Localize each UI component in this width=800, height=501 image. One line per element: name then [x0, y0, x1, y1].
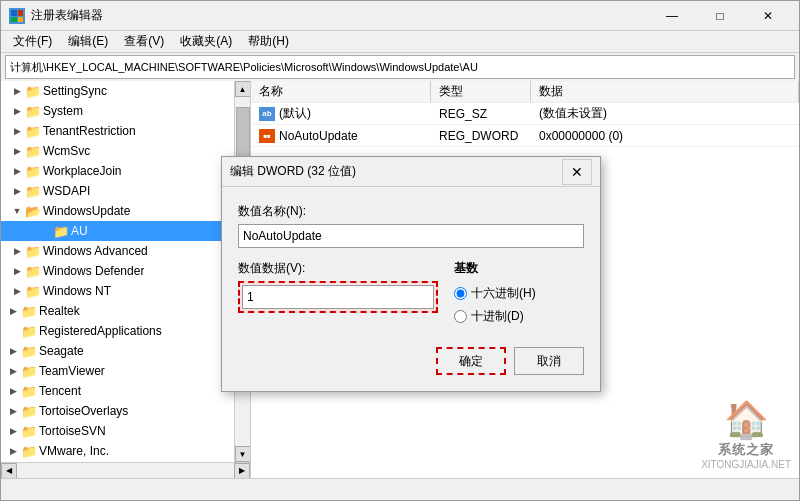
- dialog-close-button[interactable]: ✕: [562, 159, 592, 185]
- svg-rect-3: [18, 17, 23, 22]
- tree-item-au[interactable]: 📁 AU: [1, 221, 234, 241]
- dialog-name-input[interactable]: [238, 224, 584, 248]
- expand-settingsync[interactable]: ▶: [9, 83, 25, 99]
- tree-label-seagate: Seagate: [39, 344, 84, 358]
- edit-dword-dialog: 编辑 DWORD (32 位值) ✕ 数值名称(N): 数值数据(V):: [221, 156, 601, 392]
- tree-label-regapps: RegisteredApplications: [39, 324, 162, 338]
- expand-system[interactable]: ▶: [9, 103, 25, 119]
- scroll-down-btn[interactable]: ▼: [235, 446, 251, 462]
- folder-icon-teamviewer: 📁: [21, 364, 37, 378]
- col-header-data: 数据: [531, 81, 799, 102]
- column-header-row: 名称 类型 数据: [251, 81, 799, 103]
- folder-icon-wsdapi: 📁: [25, 184, 41, 198]
- tree-pane: ▶ 📁 SettingSync ▶ 📁 System ▶ 📁 Te: [1, 81, 251, 478]
- minimize-button[interactable]: —: [649, 2, 695, 30]
- tree-scroll[interactable]: ▶ 📁 SettingSync ▶ 📁 System ▶ 📁 Te: [1, 81, 234, 462]
- expand-windows-defender[interactable]: ▶: [9, 263, 25, 279]
- watermark-house-icon: 🏠: [724, 399, 769, 441]
- dialog-buttons: 确定 取消: [238, 347, 584, 375]
- menu-edit[interactable]: 编辑(E): [60, 31, 116, 52]
- expand-vmware[interactable]: ▶: [5, 443, 21, 459]
- status-bar: [1, 478, 799, 500]
- folder-icon-workplacejoin: 📁: [25, 164, 41, 178]
- tree-item-wcmsvc[interactable]: ▶ 📁 WcmSvc: [1, 141, 234, 161]
- tree-label-windows-defender: Windows Defender: [43, 264, 144, 278]
- maximize-button[interactable]: □: [697, 2, 743, 30]
- expand-wsdapi[interactable]: ▶: [9, 183, 25, 199]
- tree-item-wsdapi[interactable]: ▶ 📁 WSDAPI: [1, 181, 234, 201]
- expand-tenant[interactable]: ▶: [9, 123, 25, 139]
- app-icon: [9, 8, 25, 24]
- reg-cell-data-default: (数值未设置): [531, 103, 799, 124]
- menu-help[interactable]: 帮助(H): [240, 31, 297, 52]
- reg-row-noautoupdate[interactable]: ■■ NoAutoUpdate REG_DWORD 0x00000000 (0): [251, 125, 799, 147]
- radio-dec-label: 十进制(D): [471, 308, 524, 325]
- tree-item-system[interactable]: ▶ 📁 System: [1, 101, 234, 121]
- expand-windows-advanced[interactable]: ▶: [9, 243, 25, 259]
- tree-label-windowsupdate: WindowsUpdate: [43, 204, 130, 218]
- folder-icon-wcmsvc: 📁: [25, 144, 41, 158]
- expand-realtek[interactable]: ▶: [5, 303, 21, 319]
- reg-icon-ab-default: ab: [259, 107, 275, 121]
- folder-icon-realtek: 📁: [21, 304, 37, 318]
- reg-cell-type-noautoupdate: REG_DWORD: [431, 127, 531, 145]
- dialog-cancel-button[interactable]: 取消: [514, 347, 584, 375]
- radio-dec-item: 十进制(D): [454, 308, 584, 325]
- tree-item-tencent[interactable]: ▶ 📁 Tencent: [1, 381, 234, 401]
- menu-bar: 文件(F) 编辑(E) 查看(V) 收藏夹(A) 帮助(H): [1, 31, 799, 53]
- radio-hex-item: 十六进制(H): [454, 285, 584, 302]
- tree-label-realtek: Realtek: [39, 304, 80, 318]
- tree-item-tortoiseoverlays[interactable]: ▶ 📁 TortoiseOverlays: [1, 401, 234, 421]
- tree-label-tortoisesvn: TortoiseSVN: [39, 424, 106, 438]
- tree-item-tortoisesvn[interactable]: ▶ 📁 TortoiseSVN: [1, 421, 234, 441]
- reg-cell-type-default: REG_SZ: [431, 105, 531, 123]
- tree-label-system: System: [43, 104, 83, 118]
- tree-item-windows-defender[interactable]: ▶ 📁 Windows Defender: [1, 261, 234, 281]
- tree-item-vmware[interactable]: ▶ 📁 VMware, Inc.: [1, 441, 234, 461]
- menu-view[interactable]: 查看(V): [116, 31, 172, 52]
- col-header-type: 类型: [431, 81, 531, 102]
- tree-item-settingsync[interactable]: ▶ 📁 SettingSync: [1, 81, 234, 101]
- menu-favorites[interactable]: 收藏夹(A): [172, 31, 240, 52]
- expand-windows-nt[interactable]: ▶: [9, 283, 25, 299]
- reg-icon-dword-noautoupdate: ■■: [259, 129, 275, 143]
- tree-item-seagate[interactable]: ▶ 📁 Seagate: [1, 341, 234, 361]
- reg-row-default[interactable]: ab (默认) REG_SZ (数值未设置): [251, 103, 799, 125]
- tree-item-realtek[interactable]: ▶ 📁 Realtek: [1, 301, 234, 321]
- scroll-up-btn[interactable]: ▲: [235, 81, 251, 97]
- menu-file[interactable]: 文件(F): [5, 31, 60, 52]
- expand-windowsupdate[interactable]: ▼: [9, 203, 25, 219]
- radio-hex[interactable]: [454, 287, 467, 300]
- tree-item-regapps[interactable]: 📁 RegisteredApplications: [1, 321, 234, 341]
- tree-item-workplacejoin[interactable]: ▶ 📁 WorkplaceJoin: [1, 161, 234, 181]
- expand-tencent[interactable]: ▶: [5, 383, 21, 399]
- tree-label-workplacejoin: WorkplaceJoin: [43, 164, 121, 178]
- expand-tortoisesvn[interactable]: ▶: [5, 423, 21, 439]
- expand-au[interactable]: [37, 223, 53, 239]
- dialog-value-base-row: 数值数据(V): 基数 十六进制(H) 十进制(D): [238, 260, 584, 331]
- tree-h-scroll-right[interactable]: ▶: [234, 463, 250, 479]
- folder-icon-au: 📁: [53, 224, 69, 238]
- dialog-right-col: 基数 十六进制(H) 十进制(D): [454, 260, 584, 331]
- tree-label-settingsync: SettingSync: [43, 84, 107, 98]
- dialog-ok-button[interactable]: 确定: [436, 347, 506, 375]
- main-window: 注册表编辑器 — □ ✕ 文件(F) 编辑(E) 查看(V) 收藏夹(A) 帮助…: [0, 0, 800, 501]
- tree-item-windows-nt[interactable]: ▶ 📁 Windows NT: [1, 281, 234, 301]
- tree-label-wcmsvc: WcmSvc: [43, 144, 90, 158]
- tree-item-windowsupdate[interactable]: ▼ 📂 WindowsUpdate: [1, 201, 234, 221]
- base-label: 基数: [454, 260, 584, 277]
- expand-wcmsvc[interactable]: ▶: [9, 143, 25, 159]
- expand-teamviewer[interactable]: ▶: [5, 363, 21, 379]
- tree-item-windows-advanced[interactable]: ▶ 📁 Windows Advanced: [1, 241, 234, 261]
- tree-item-teamviewer[interactable]: ▶ 📁 TeamViewer: [1, 361, 234, 381]
- folder-icon-windows-defender: 📁: [25, 264, 41, 278]
- close-button[interactable]: ✕: [745, 2, 791, 30]
- tree-h-scroll-left[interactable]: ◀: [1, 463, 17, 479]
- radio-dec[interactable]: [454, 310, 467, 323]
- expand-tortoiseoverlays[interactable]: ▶: [5, 403, 21, 419]
- expand-workplacejoin[interactable]: ▶: [9, 163, 25, 179]
- tree-item-tenant[interactable]: ▶ 📁 TenantRestriction: [1, 121, 234, 141]
- dialog-data-input[interactable]: [242, 285, 434, 309]
- tree-label-tenant: TenantRestriction: [43, 124, 136, 138]
- expand-seagate[interactable]: ▶: [5, 343, 21, 359]
